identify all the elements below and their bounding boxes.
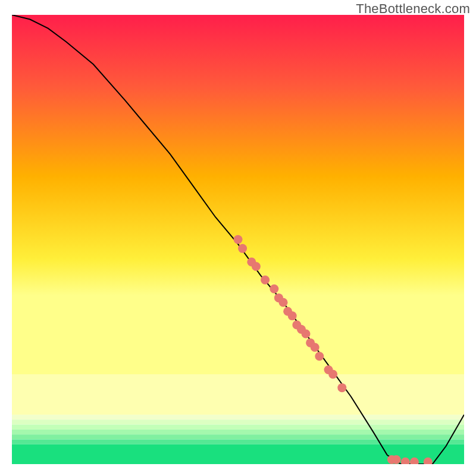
scatter-dot — [392, 455, 401, 464]
scatter-dot — [238, 244, 247, 253]
scatter-dot — [270, 284, 278, 293]
scatter-dot — [337, 383, 346, 392]
scatter-dot — [234, 235, 243, 244]
scatter-dot — [410, 458, 419, 464]
chart-stage: TheBottleneck.com — [0, 0, 476, 476]
plot-area — [12, 15, 464, 464]
scatter-dot — [311, 343, 320, 352]
scatter-dot — [401, 458, 410, 464]
scatter-dot — [252, 262, 261, 271]
scatter-dot — [288, 311, 297, 320]
scatter-dot — [261, 275, 270, 284]
scatter-dot — [424, 458, 433, 464]
scatter-dot — [279, 298, 288, 307]
scatter-dot — [315, 352, 324, 361]
scatter-dots — [12, 15, 464, 464]
scatter-dot — [302, 330, 311, 339]
scatter-dot — [328, 370, 337, 379]
